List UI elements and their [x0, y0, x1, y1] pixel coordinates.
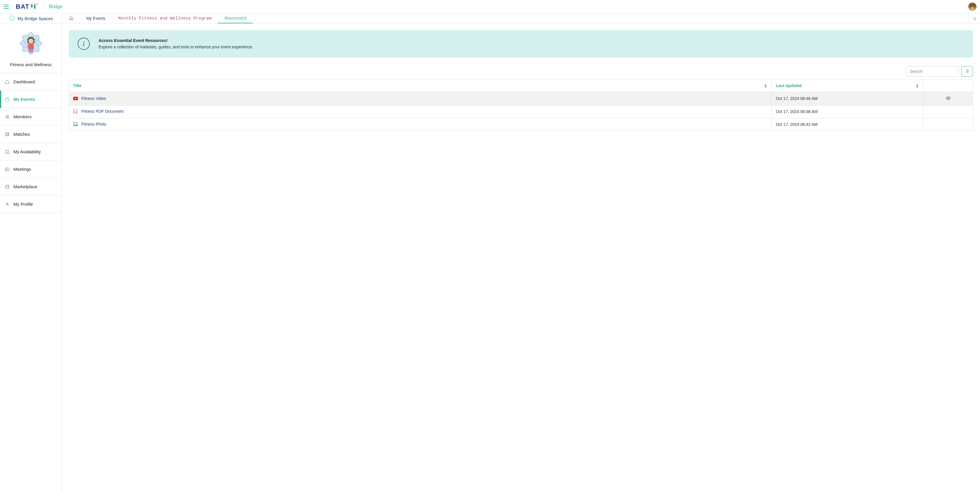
- image-icon: [73, 122, 78, 127]
- breadcrumb-program[interactable]: Monthly Fitness and Wellness Program: [111, 13, 217, 23]
- calendar-check-icon: [4, 149, 11, 154]
- sidebar-item-marketplace[interactable]: Marketplace: [0, 178, 62, 195]
- resource-title-link[interactable]: Fitness Video: [81, 96, 106, 101]
- main-content: i Access Essential Event Resources! Expl…: [62, 24, 980, 493]
- svg-point-10: [8, 116, 9, 117]
- sidebar-item-label: Meetings: [13, 166, 31, 171]
- sort-icon: ▲▼: [916, 83, 919, 88]
- cell-actions: [923, 105, 973, 118]
- breadcrumb-resources[interactable]: Resource(s): [218, 13, 253, 23]
- list-icon: [965, 69, 969, 74]
- svg-rect-6: [28, 43, 34, 50]
- user-icon: [4, 202, 11, 206]
- home-icon: [4, 79, 11, 84]
- info-icon: i: [78, 38, 90, 50]
- sidebar-item-label: My Profile: [13, 201, 33, 206]
- cell-actions: [923, 92, 973, 105]
- svg-rect-7: [29, 49, 33, 53]
- table-row[interactable]: Fitness PhotoOct 17, 2024 06:42 AM: [69, 118, 973, 130]
- separator: [43, 3, 44, 11]
- search-input[interactable]: [906, 66, 958, 77]
- svg-point-16: [947, 98, 949, 99]
- view-button[interactable]: [946, 97, 951, 102]
- back-label: My Bridge Spaces: [18, 16, 53, 21]
- sidebar: Fitness and Wellness Dashboard My Events…: [0, 24, 62, 493]
- sidebar-item-label: Matches: [13, 132, 30, 137]
- user-avatar[interactable]: [968, 3, 977, 11]
- users-icon: [4, 114, 11, 119]
- resources-table: Title ▲▼ Last Updated ▲▼ Fitness VideoOc…: [69, 79, 973, 131]
- column-header-last-updated[interactable]: Last Updated ▲▼: [772, 80, 923, 92]
- column-header-title[interactable]: Title ▲▼: [69, 80, 772, 92]
- space-header: Fitness and Wellness: [0, 24, 62, 73]
- breadcrumb-label: Resource(s): [224, 16, 247, 21]
- logo-text-2: I: [34, 3, 36, 11]
- back-to-spaces-link[interactable]: ← My Bridge Spaces: [0, 13, 62, 23]
- resource-title-link[interactable]: Fitness PDF Document: [81, 109, 124, 114]
- sidebar-item-members[interactable]: Members: [0, 108, 62, 125]
- svg-rect-12: [6, 168, 9, 171]
- notice-body: Explore a collection of materials, guide…: [99, 44, 253, 49]
- breadcrumb-my-events[interactable]: My Events: [80, 13, 111, 23]
- home-icon: [69, 16, 73, 21]
- svg-point-19: [75, 123, 75, 124]
- sidebar-item-label: Dashboard: [13, 79, 35, 84]
- calendar-icon: [4, 97, 11, 102]
- sidebar-item-label: Marketplace: [13, 184, 37, 189]
- table-row[interactable]: Fitness VideoOct 17, 2024 06:46 AM: [69, 92, 973, 105]
- store-icon: [4, 184, 11, 189]
- breadcrumb-bar: ← My Bridge Spaces My Events Monthly Fit…: [0, 13, 980, 24]
- breadcrumb-label: My Events: [86, 16, 105, 21]
- svg-point-14: [6, 203, 8, 204]
- sidebar-item-dashboard[interactable]: Dashboard: [0, 73, 62, 90]
- cell-last-updated: Oct 17, 2024 06:58 AM: [772, 105, 923, 118]
- puzzle-icon: [4, 132, 11, 137]
- cell-actions: [923, 118, 973, 130]
- video-icon: [73, 97, 78, 101]
- eye-icon: [946, 97, 951, 102]
- breadcrumb-label: Monthly Fitness and Wellness Program: [118, 16, 212, 21]
- topbar: BAT I ® Bridge: [0, 0, 980, 13]
- cell-last-updated: Oct 17, 2024 06:46 AM: [772, 92, 923, 105]
- table-row[interactable]: PDFFitness PDF DocumentOct 17, 2024 06:5…: [69, 105, 973, 118]
- sidebar-item-label: Members: [13, 114, 32, 119]
- svg-text:PDF: PDF: [74, 111, 76, 113]
- info-notice: i Access Essential Event Resources! Expl…: [69, 30, 973, 57]
- sidebar-item-label: My Availability: [13, 149, 41, 154]
- column-header-actions: [923, 80, 973, 92]
- sort-icon: ▲▼: [764, 83, 767, 88]
- notice-title: Access Essential Event Resources!: [99, 38, 253, 43]
- space-name: Fitness and Wellness: [10, 62, 51, 67]
- chevron-left-icon: ◁: [973, 16, 976, 21]
- sidebar-item-my-profile[interactable]: My Profile: [0, 195, 62, 213]
- svg-rect-11: [6, 151, 9, 154]
- trademark: ®: [36, 3, 38, 6]
- hamburger-menu-button[interactable]: [3, 3, 11, 10]
- breadcrumb-home[interactable]: [62, 13, 80, 23]
- cell-last-updated: Oct 17, 2024 06:42 AM: [772, 118, 923, 130]
- sidebar-item-matches[interactable]: Matches: [0, 125, 62, 143]
- calendar-day-icon: [4, 167, 11, 171]
- pdf-icon: PDF: [73, 109, 78, 114]
- sidebar-item-availability[interactable]: My Availability: [0, 143, 62, 160]
- svg-rect-13: [6, 169, 7, 170]
- resource-title-link[interactable]: Fitness Photo: [81, 122, 107, 127]
- view-options-button[interactable]: [961, 66, 973, 77]
- collapse-sidebar-button[interactable]: ◁: [968, 13, 980, 23]
- svg-point-9: [6, 116, 7, 117]
- breadcrumb: My Events Monthly Fitness and Wellness P…: [62, 13, 968, 23]
- svg-rect-8: [6, 98, 9, 101]
- column-label: Title: [73, 83, 82, 88]
- product-name[interactable]: Bridge: [49, 4, 62, 10]
- column-label: Last Updated: [776, 83, 802, 88]
- logo-text: BAT: [16, 3, 29, 11]
- leaf-icon: [29, 3, 34, 11]
- sidebar-item-my-events[interactable]: My Events: [0, 90, 62, 108]
- sidebar-item-meetings[interactable]: Meetings: [0, 160, 62, 178]
- space-avatar: [16, 29, 46, 58]
- svg-point-5: [28, 38, 33, 44]
- back-arrow-icon: ←: [10, 16, 14, 21]
- sidebar-item-label: My Events: [13, 97, 35, 102]
- table-toolbar: [69, 66, 973, 77]
- logo[interactable]: BAT I ®: [16, 3, 38, 11]
